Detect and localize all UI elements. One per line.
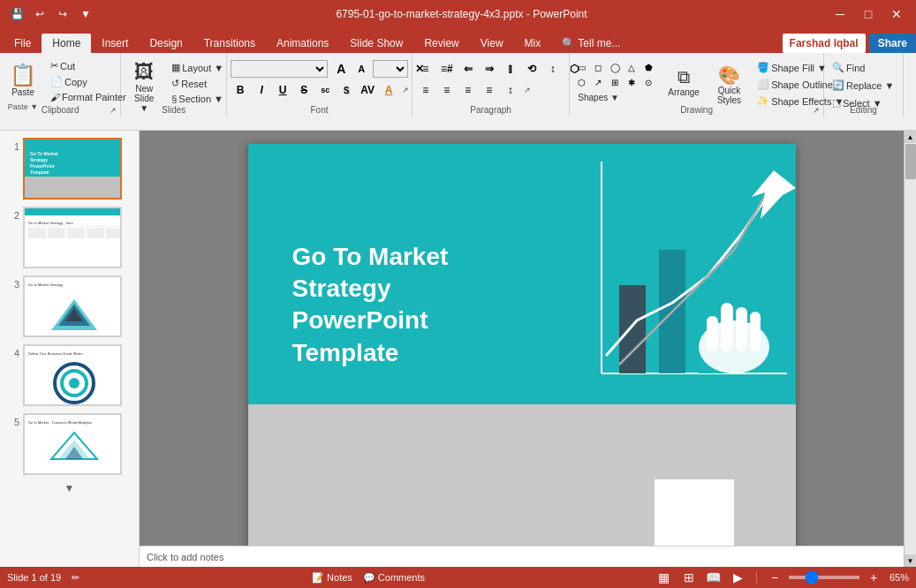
drawing-dialog-button[interactable]: ↗: [813, 106, 820, 115]
copy-button[interactable]: 📄 Copy: [46, 74, 131, 89]
notes-button[interactable]: 📝 Notes: [308, 570, 356, 585]
increase-font-size-button[interactable]: A: [331, 60, 351, 78]
vertical-scrollbar[interactable]: ▲ ▼: [904, 131, 916, 567]
align-text-button[interactable]: ↕: [543, 60, 563, 78]
slide-thumbnail-1[interactable]: 1 Go To Market Strategy PowerPoint Templ…: [7, 138, 122, 200]
tab-home[interactable]: Home: [42, 34, 91, 53]
format-painter-button[interactable]: 🖌 Format Painter: [46, 90, 131, 104]
bold-button[interactable]: B: [231, 81, 250, 99]
shape-item[interactable]: ⊞: [607, 75, 623, 89]
italic-button[interactable]: I: [252, 81, 271, 99]
redo-button[interactable]: ↪: [53, 4, 72, 24]
strikethrough-button[interactable]: S: [294, 81, 314, 99]
scroll-down-button[interactable]: ▼: [905, 554, 917, 567]
user-name-button[interactable]: Farshad Iqbal: [783, 34, 866, 53]
scroll-thumb[interactable]: [905, 144, 916, 179]
shape-item[interactable]: ⬟: [640, 60, 656, 74]
customize-qat-button[interactable]: ▼: [76, 4, 95, 24]
tab-review[interactable]: Review: [413, 34, 469, 53]
numbered-list-button[interactable]: ≡#: [437, 60, 457, 78]
align-left-button[interactable]: ≡: [416, 81, 435, 99]
tab-mix[interactable]: Mix: [514, 34, 552, 53]
font-size-select[interactable]: [373, 60, 408, 78]
section-button[interactable]: § Section ▼: [167, 92, 228, 106]
share-button[interactable]: Share: [869, 34, 916, 53]
shadow-button[interactable]: S: [337, 81, 356, 99]
tab-transitions[interactable]: Transitions: [193, 34, 266, 53]
layout-button[interactable]: ▦ Layout ▼: [167, 60, 228, 75]
undo-button[interactable]: ↩: [30, 4, 49, 24]
tab-design[interactable]: Design: [139, 34, 193, 53]
find-button[interactable]: 🔍 Find: [828, 60, 898, 75]
zoom-slider[interactable]: [789, 576, 859, 579]
increase-indent-button[interactable]: ⇒: [480, 60, 499, 78]
slide-canvas: Go To Market Strategy PowerPoint Templat…: [248, 144, 796, 554]
slide-thumb-img-2[interactable]: Go to Market Strategy - Intro: [23, 207, 122, 268]
slide-thumbnail-3[interactable]: 3 Go to Market Strategy: [7, 275, 122, 337]
columns-button[interactable]: ⫿: [501, 60, 520, 78]
decrease-indent-button[interactable]: ⇐: [458, 60, 478, 78]
minimize-button[interactable]: ─: [828, 5, 852, 23]
reset-button[interactable]: ↺ Reset: [167, 76, 228, 91]
shape-item[interactable]: ⊙: [640, 75, 656, 89]
tab-slideshow[interactable]: Slide Show: [339, 34, 413, 53]
align-center-button[interactable]: ≡: [437, 81, 457, 99]
shape-item[interactable]: ◻: [590, 60, 606, 74]
slide-thumb-img-5[interactable]: Go to Market - Customer Model Analysis: [23, 413, 122, 475]
slides-group: 🖼 NewSlide ▼ ▦ Layout ▼ ↺ Reset § Sectio…: [121, 53, 227, 117]
paste-button[interactable]: 📋 Paste: [4, 58, 42, 102]
justify-button[interactable]: ≡: [480, 81, 499, 99]
bullets-button[interactable]: ≡: [416, 60, 435, 78]
zoom-out-button[interactable]: −: [764, 569, 785, 586]
decrease-font-size-button[interactable]: A: [352, 60, 371, 78]
shape-item[interactable]: ◯: [607, 60, 623, 74]
zoom-in-button[interactable]: +: [863, 569, 884, 586]
tab-insert[interactable]: Insert: [91, 34, 139, 53]
font-color-button[interactable]: A: [379, 81, 398, 99]
drawing-group: ▭ ◻ ◯ △ ⬟ ⬡ ↗ ⊞ ✱ ⊙ Shapes ▼ ⧉ Arrange 🎨: [570, 53, 824, 117]
slide-thumbnail-5[interactable]: 5 Go to Market - Customer Model Analysis: [7, 413, 122, 475]
save-button[interactable]: 💾: [7, 4, 26, 24]
scroll-up-button[interactable]: ▲: [905, 131, 917, 143]
font-dialog-button[interactable]: ↗: [402, 86, 409, 94]
slide-sorter-button[interactable]: ⊞: [678, 569, 700, 586]
comments-button[interactable]: 💬 Comments: [360, 570, 428, 585]
paragraph-dialog-button[interactable]: ↗: [524, 86, 531, 94]
maximize-button[interactable]: □: [856, 5, 881, 23]
shape-item[interactable]: ↗: [590, 75, 606, 89]
slide-thumb-img-1[interactable]: Go To Market Strategy PowerPoint Templat…: [23, 138, 122, 200]
cut-button[interactable]: ✂ Cut: [46, 58, 131, 73]
shape-item[interactable]: ✱: [624, 75, 640, 89]
slide-thumbnail-4[interactable]: 4 Define Your Business Goals Slides: [7, 344, 122, 406]
shape-item[interactable]: ▭: [573, 60, 589, 74]
font-name-select[interactable]: [231, 60, 328, 78]
slide-thumbnail-2[interactable]: 2 Go to Market Strategy - Intro: [7, 207, 122, 268]
edit-indicator-button[interactable]: ✏: [68, 570, 83, 585]
text-direction-button[interactable]: ⟲: [522, 60, 541, 78]
slide-thumb-img-4[interactable]: Define Your Business Goals Slides: [23, 344, 122, 406]
reading-view-button[interactable]: 📖: [703, 569, 724, 586]
charspacing-button[interactable]: AV: [358, 81, 377, 99]
tab-file[interactable]: File: [4, 34, 42, 53]
tab-tell-me[interactable]: 🔍 Tell me...: [551, 34, 631, 53]
close-button[interactable]: ✕: [884, 5, 909, 23]
shape-item[interactable]: △: [624, 60, 640, 74]
clipboard-dialog-button[interactable]: ↗: [110, 106, 117, 115]
replace-button[interactable]: 🔄 Replace ▼: [828, 78, 898, 93]
normal-view-button[interactable]: ▦: [654, 569, 675, 586]
tab-view[interactable]: View: [470, 34, 514, 53]
shape-item[interactable]: ⬡: [573, 75, 589, 89]
underline-button[interactable]: U: [273, 81, 292, 99]
smallcaps-button[interactable]: sc: [315, 81, 335, 99]
tab-animations[interactable]: Animations: [266, 34, 339, 53]
svg-rect-14: [106, 228, 120, 238]
slide-panel-scroll-down[interactable]: ▼: [64, 482, 75, 494]
arrange-button[interactable]: ⧉ Arrange: [662, 60, 706, 104]
slide-thumb-img-3[interactable]: Go to Market Strategy: [23, 275, 122, 337]
align-right-button[interactable]: ≡: [458, 81, 478, 99]
shapes-more-button[interactable]: Shapes ▼: [573, 91, 656, 104]
comments-icon: 💬: [363, 572, 375, 584]
quick-styles-button[interactable]: 🎨 QuickStyles: [711, 60, 747, 109]
slideshow-button[interactable]: ▶: [728, 569, 749, 586]
line-spacing-button[interactable]: ↕: [501, 81, 520, 99]
